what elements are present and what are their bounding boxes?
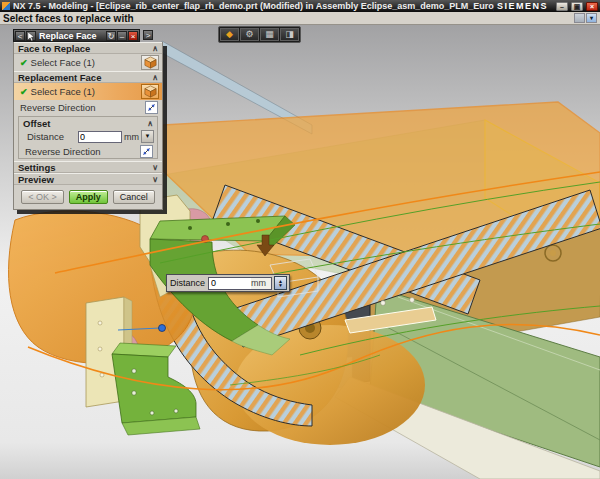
dialog-minimize-button[interactable]: – [117, 31, 127, 41]
distance-spinner[interactable]: ▲ ▼ [274, 276, 287, 290]
unit-dropdown-button[interactable]: ▼ [141, 130, 154, 143]
section-face-to-replace[interactable]: Face to Replace ∧ [14, 42, 162, 54]
screen-input-icon[interactable]: ◨ [280, 28, 299, 41]
snap-point-icon[interactable]: ◆ [220, 28, 239, 41]
dialog-body: Face to Replace ∧ ✔ Select Face (1) [13, 42, 163, 210]
reverse-direction-icon [146, 102, 157, 113]
distance-label: Distance [169, 278, 206, 288]
keyboard-grid-icon[interactable]: ▦ [260, 28, 279, 41]
dialog-forward-button[interactable]: > [143, 30, 153, 40]
cube-icon [143, 84, 158, 99]
offset-distance-row: Distance mm ▼ [19, 129, 157, 144]
offset-unit: mm [124, 132, 139, 142]
dialog-reset-button[interactable]: ↻ [106, 31, 116, 41]
expand-icon[interactable]: ∨ [152, 163, 158, 172]
offset-distance-input[interactable] [78, 131, 122, 143]
dialog-close-button[interactable]: × [128, 31, 138, 41]
distance-unit: mm [251, 278, 271, 289]
select-face-label: Select Face (1) [31, 57, 138, 68]
nx-logo-icon [2, 2, 10, 10]
distance-field: mm [208, 277, 272, 290]
offset-reverse-label: Reverse Direction [25, 146, 140, 157]
collapse-icon[interactable]: ∧ [152, 73, 158, 82]
offset-group: Offset ∧ Distance mm ▼ Reverse Direction [18, 116, 158, 159]
onscreen-distance-input: Distance mm ▲ ▼ [166, 274, 290, 292]
collapse-icon[interactable]: ∧ [147, 119, 153, 128]
application-window: NX 7.5 - Modeling - [Eclipse_rib_center_… [0, 0, 600, 479]
cue-icon[interactable] [574, 13, 585, 23]
dialog-buttons: < OK > Apply Cancel [14, 190, 162, 204]
title-bar: NX 7.5 - Modeling - [Eclipse_rib_center_… [0, 0, 600, 12]
selection-bar: ◆ ⚙ ▦ ◨ [218, 26, 301, 43]
reverse-direction-icon [141, 146, 152, 157]
check-icon: ✔ [20, 58, 28, 68]
face-to-replace-header: Face to Replace [18, 43, 90, 54]
replacement-face-header: Replacement Face [18, 72, 101, 83]
cursor-select-icon [26, 31, 36, 41]
expand-icon[interactable]: ∨ [152, 175, 158, 184]
window-minimize-button[interactable]: – [556, 2, 568, 11]
window-title: NX 7.5 - Modeling - [Eclipse_rib_center_… [13, 1, 494, 11]
prompt-text: Select faces to replace with [3, 13, 134, 24]
ok-button[interactable]: < OK > [21, 190, 64, 204]
collapse-icon[interactable]: ∧ [152, 44, 158, 53]
settings-header: Settings [18, 162, 55, 173]
dialog-title: Replace Face [37, 31, 105, 41]
offset-reverse-row: Reverse Direction [19, 144, 157, 158]
point-dialog-gear-icon[interactable]: ⚙ [240, 28, 259, 41]
reverse-direction-row: Reverse Direction [14, 100, 162, 114]
offset-reverse-button[interactable] [140, 145, 153, 158]
dialog-title-bar: < Replace Face ↻ – × > [13, 29, 140, 42]
face-collector-button[interactable] [141, 55, 159, 70]
cube-icon [143, 55, 158, 70]
window-close-button[interactable]: × [586, 2, 598, 11]
offset-header[interactable]: Offset ∧ [19, 117, 157, 129]
graphics-window[interactable]: ◆ ⚙ ▦ ◨ Distance mm ▲ ▼ < Repla [0, 25, 600, 479]
dialog-back-button[interactable]: < [15, 31, 25, 41]
distance-value-input[interactable] [209, 278, 251, 289]
offset-distance-label: Distance [27, 131, 76, 142]
offset-header-label: Offset [23, 118, 50, 129]
apply-button[interactable]: Apply [69, 190, 108, 204]
cancel-button[interactable]: Cancel [113, 190, 155, 204]
preview-header: Preview [18, 174, 54, 185]
cue-dropdown-icon[interactable]: ▾ [586, 13, 597, 23]
section-preview[interactable]: Preview ∨ [14, 173, 162, 185]
replace-face-dialog: < Replace Face ↻ – × > Face to Replace ∧… [13, 29, 163, 210]
reverse-direction-button[interactable] [145, 101, 158, 114]
select-face-label: Select Face (1) [31, 86, 138, 97]
window-restore-button[interactable]: ▣ [571, 2, 583, 11]
spin-down-icon: ▼ [278, 283, 283, 287]
replacement-face-select-row[interactable]: ✔ Select Face (1) [14, 83, 162, 100]
reverse-direction-label: Reverse Direction [20, 102, 145, 113]
face-to-replace-select-row[interactable]: ✔ Select Face (1) [14, 54, 162, 71]
check-icon: ✔ [20, 87, 28, 97]
section-settings[interactable]: Settings ∨ [14, 161, 162, 173]
section-replacement-face[interactable]: Replacement Face ∧ [14, 71, 162, 83]
cue-prompt-bar: Select faces to replace with ▾ [0, 12, 600, 25]
face-collector-button-active[interactable] [141, 84, 159, 99]
siemens-logo: SIEMENS [497, 1, 548, 11]
